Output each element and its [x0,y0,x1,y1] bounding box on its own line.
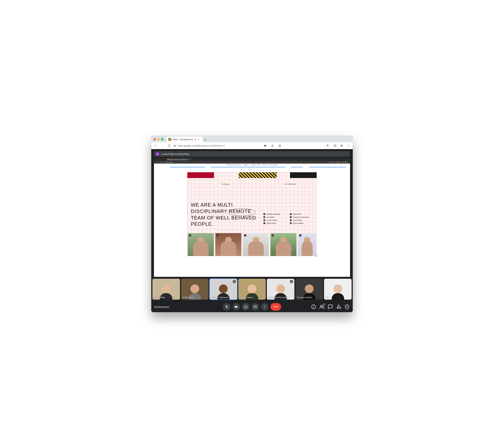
devtools-dimensions: Dimensions: Responsive ▾ [226,164,242,166]
participant-tile[interactable]: Francisca Ibarra [295,279,323,300]
forward-button[interactable] [160,143,164,148]
camera-indicator-icon[interactable] [263,143,268,148]
project-label-2: MIT LIBRARIES [284,183,296,185]
meet-app: L Lucas Nolte is presenting Design Syste… [151,151,353,312]
back-button[interactable] [153,143,158,148]
present-button[interactable] [252,303,259,311]
svg-point-14 [320,305,322,307]
profile-avatar[interactable] [340,144,343,148]
inner-tab-close-icon: × [188,159,189,160]
participant-name: Esteban Sandoval [211,296,228,299]
inner-favicon [168,159,169,160]
participant-tile[interactable]: Lucas Nolte [152,279,180,300]
team-member: 8Rune Madsen [290,222,309,224]
team-member: 7Martin Bravo [263,222,280,224]
people-button[interactable]: 7 [319,304,324,309]
devtools-responsive-bar: Dimensions: Responsive ▾ 1440 × 923 100%… [154,163,350,166]
team-photo: 8 [270,233,296,256]
presented-browser: Design Systems International × + ⌵ ← → ⟳… [154,158,350,277]
participant-name: Fernando Florenzano [268,296,288,299]
share-icon[interactable] [270,143,275,148]
tab-recording-indicator [194,139,196,140]
hangup-button[interactable] [270,303,281,311]
meeting-details-button[interactable] [311,304,316,309]
new-tab-button[interactable]: + [203,137,208,142]
inner-omnibar: ← → ⟳ ⓘ localhost:8000 ⇪ ☆ ◆ W ▣ ◧ ✦ ◫ [154,161,350,163]
team-number-badge: 3 [263,216,265,218]
tab-close-icon[interactable]: × [198,138,199,141]
team-member: 3Ana Jeličić [263,216,280,218]
browser-tab[interactable]: Meet - byi-javg-wuo × [166,137,203,142]
team-number-badge: 4 [290,216,292,218]
captions-button[interactable] [242,303,250,311]
participant-tile[interactable]: Esteban Sandoval [210,279,237,300]
tab-strip: Meet - byi-javg-wuo × + ⌵ [151,136,353,142]
team-member: 4Fernando Florenzano [290,216,309,218]
window-zoom[interactable] [161,138,163,140]
team-number-badge: 2 [290,213,292,215]
team-member-name: Lucas Nolte [293,219,302,221]
more-options-button[interactable] [261,303,269,311]
lock-icon [174,144,176,147]
participant-count-badge: 7 [323,304,325,306]
project-thumb-1 [187,172,214,178]
inner-ext-icon-2: W [333,161,334,163]
team-member-name: Ana Jeličić [267,216,275,218]
window-minimize[interactable] [157,138,160,140]
devtools-ruler [154,166,350,168]
chrome-menu-icon[interactable] [346,143,351,148]
host-controls-button[interactable] [344,304,350,309]
inner-puzzle-icon: ✦ [340,161,342,163]
address-bar[interactable]: meet.google.com/byi-javg-wuo?authuser=1 [174,144,261,147]
team-member: 2Dana Elkis [290,213,309,215]
project-labels: PURISIMA MIT LIBRARIES [187,183,317,188]
devtools-menu-icon: ⋮ [348,164,349,166]
call-controls [223,303,281,311]
inner-ext-icon-3: ▣ [335,161,337,163]
photo-number-badge: 6 [216,234,219,236]
camera-button[interactable] [233,303,240,311]
devtools-device: Desktop ▾ [262,164,268,166]
devtools-throttle: No throttling ▾ [269,164,278,166]
extensions-icon[interactable] [325,143,330,148]
url-text: meet.google.com/byi-javg-wuo?authuser=1 [178,144,225,147]
team-member-name: Fernando Florenzano [293,216,309,218]
sidepanel-icon[interactable] [333,143,337,148]
photo-number-badge: 5 [189,234,191,236]
reload-button[interactable] [167,143,171,148]
presenter-avatar: L [156,152,159,156]
activities-button[interactable] [336,304,341,309]
team-number-badge: 7 [263,222,265,224]
inner-tabs-dropdown-icon: ⌵ [348,159,349,160]
window-traffic-lights[interactable] [154,138,163,140]
svg-point-9 [264,306,265,307]
omnibar: meet.google.com/byi-javg-wuo?authuser=1 [151,142,353,149]
window-close[interactable] [154,138,156,140]
participant-tile[interactable]: Lauren Dukes [238,279,266,300]
inner-browser-tab: Design Systems International × [166,158,190,161]
tab-title: Meet - byi-javg-wuo [173,138,193,141]
inner-ext-icon-4: ◧ [338,161,339,163]
inner-star-icon: ☆ [328,161,330,163]
team-photo: 6 [215,233,241,256]
participant-figure [329,283,347,300]
project-thumbnails [187,172,317,178]
bookmark-star-icon[interactable] [277,143,282,148]
mic-button[interactable] [223,303,231,311]
team-member: 6Lucas Nolte [290,219,309,221]
right-controls: 7 [311,304,350,309]
chat-button[interactable] [328,304,333,309]
inner-url: localhost:8000 [165,162,325,163]
svg-rect-6 [244,306,247,308]
team-number-badge: 1 [263,213,265,215]
meet-favicon [168,138,171,141]
tabs-dropdown-icon[interactable]: ⌵ [349,138,350,141]
team-member-name: Rune Madsen [293,222,304,224]
participant-tile[interactable]: Martin Bravo [181,279,209,300]
participant-tile[interactable]: You [324,279,352,300]
svg-rect-0 [271,146,274,147]
inner-tab-strip: Design Systems International × + ⌵ [154,158,350,161]
presenter-label: Lucas Nolte is presenting [161,153,189,155]
participant-tile[interactable]: Fernando Florenzano [267,279,294,300]
team-list: 1Esteban Sandoval3Ana Jeličić5Lauren Duk… [263,213,309,224]
